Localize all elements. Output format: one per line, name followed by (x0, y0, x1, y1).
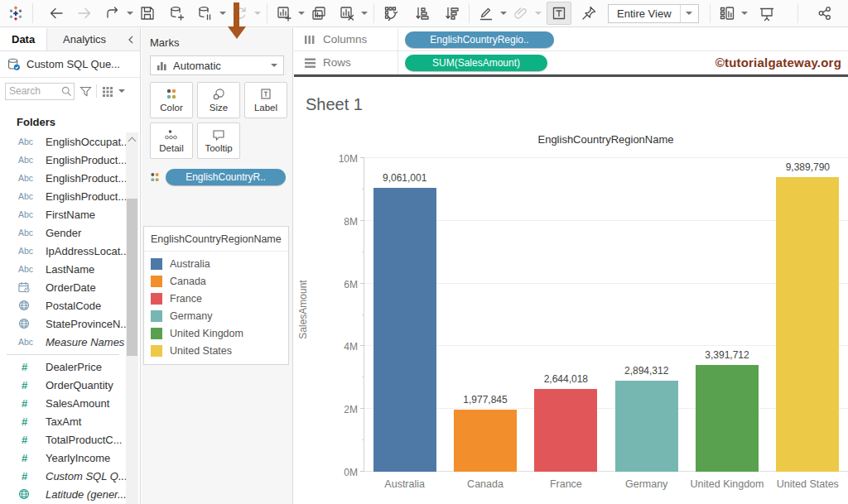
bar-australia[interactable] (373, 188, 436, 472)
tab-data[interactable]: Data (0, 28, 46, 50)
add-data-source-icon[interactable] (165, 2, 190, 25)
field-item[interactable]: #YearlyIncome (0, 449, 126, 467)
field-label: Measure Names (46, 336, 124, 348)
bar-chart-plot[interactable]: 0M2M4M6M8M10M9,061,001Australia1,977,845… (364, 158, 848, 472)
y-axis-minor-tick (362, 314, 364, 315)
bar-value-label: 9,061,001 (383, 172, 426, 184)
field-item[interactable]: AbcIpAddressLocat... (0, 242, 126, 260)
y-axis-tick (360, 157, 364, 158)
color-button[interactable]: Color (150, 82, 193, 118)
sort-descending-icon[interactable] (440, 2, 465, 25)
field-item[interactable]: #Custom SQL Q... (0, 467, 126, 485)
show-mark-labels-icon[interactable] (547, 2, 571, 25)
mark-type-dropdown[interactable]: Automatic (150, 55, 284, 75)
field-label: EnglishProduct... (46, 190, 126, 203)
duplicate-sheet-icon[interactable] (306, 2, 331, 25)
group-members-icon[interactable] (508, 2, 533, 25)
fit-selector[interactable]: Entire View (608, 4, 699, 23)
highlight-caret[interactable] (499, 2, 508, 25)
field-item[interactable]: OrderDate (0, 278, 126, 296)
filter-fields-icon[interactable] (78, 84, 93, 98)
swap-rows-columns-icon[interactable] (378, 2, 403, 25)
share-icon[interactable] (812, 2, 837, 25)
field-item[interactable]: #TaxAmt (0, 412, 126, 430)
sort-ascending-icon[interactable] (410, 2, 435, 25)
collapse-pane-icon[interactable] (122, 28, 140, 50)
back-button[interactable] (44, 2, 69, 25)
y-axis-tick (360, 283, 364, 284)
datasource-item[interactable]: Custom SQL Que... (0, 51, 140, 78)
field-item[interactable]: #DealerPrice (0, 358, 126, 376)
sidebar-scrollbar[interactable] (126, 132, 138, 504)
legend-item[interactable]: United States (144, 342, 288, 359)
marks-color-pill[interactable]: EnglishCountryR.. (166, 169, 286, 185)
columns-shelf[interactable]: Columns EnglishCountryRegio.. (294, 28, 848, 51)
tooltip-button[interactable]: Tooltip (197, 122, 240, 159)
pause-updates-caret[interactable] (218, 2, 228, 25)
highlight-icon[interactable] (474, 2, 499, 25)
field-item[interactable]: #SalesAmount (0, 394, 126, 412)
rows-pill[interactable]: SUM(SalesAmount) (405, 55, 547, 71)
fit-selector-caret[interactable] (680, 5, 698, 22)
save-button[interactable] (135, 2, 160, 25)
columns-pill[interactable]: EnglishCountryRegio.. (405, 31, 554, 48)
scroll-up-icon[interactable] (126, 132, 138, 146)
label-button[interactable]: Label (244, 82, 287, 118)
forward-button[interactable] (72, 2, 97, 25)
legend-swatch (151, 345, 162, 357)
new-worksheet-icon[interactable] (272, 2, 296, 25)
legend-swatch (151, 328, 162, 339)
clear-sheet-caret[interactable] (359, 2, 369, 25)
detail-button[interactable]: Detail (150, 122, 193, 159)
field-item[interactable]: #TotalProductC... (0, 430, 126, 449)
field-label: DealerPrice (46, 361, 102, 373)
legend-item[interactable]: Germany (144, 307, 288, 324)
search-input[interactable] (9, 85, 60, 97)
field-item[interactable]: StateProvinceN... (0, 314, 126, 333)
legend-item[interactable]: Australia (144, 255, 288, 272)
search-input-box[interactable] (5, 83, 75, 100)
bar-canada[interactable] (454, 410, 517, 472)
tab-analytics[interactable]: Analytics (46, 28, 122, 50)
watermark: ©tutorialgateway.org (716, 55, 848, 70)
field-item[interactable]: Latitude (gener... (0, 485, 126, 503)
field-item[interactable]: AbcEnglishProduct... (0, 169, 126, 187)
pause-updates-icon[interactable] (193, 2, 218, 25)
show-hide-cards-icon[interactable] (715, 2, 740, 25)
field-item[interactable]: AbcEnglishOccupat... (0, 132, 126, 151)
bar-united-states[interactable] (776, 177, 839, 472)
tableau-logo-icon (3, 2, 28, 25)
field-item[interactable]: AbcFirstName (0, 205, 126, 223)
bar-france[interactable] (534, 389, 597, 472)
field-item[interactable]: AbcEnglishProduct... (0, 151, 126, 169)
field-item[interactable]: AbcLastName (0, 260, 126, 278)
fix-axes-icon[interactable] (576, 2, 601, 25)
bar-germany[interactable] (615, 381, 678, 472)
globe-field-icon (18, 300, 38, 311)
view-options-icon[interactable] (100, 84, 115, 98)
run-update-icon[interactable] (228, 2, 253, 25)
legend-item[interactable]: Canada (144, 272, 288, 290)
field-item[interactable]: AbcMeasure Names (0, 333, 126, 351)
redo-icon[interactable] (100, 2, 125, 25)
rows-shelf[interactable]: Rows SUM(SalesAmount) ©tutorialgateway.o… (294, 51, 848, 74)
field-item[interactable]: PostalCode (0, 296, 126, 314)
size-button[interactable]: Size (197, 82, 240, 118)
view-options-caret[interactable] (118, 89, 125, 93)
presentation-mode-icon[interactable] (754, 2, 779, 25)
legend-item[interactable]: United Kingdom (144, 324, 288, 342)
number-field-icon: # (18, 379, 38, 391)
scrollbar-thumb[interactable] (127, 199, 137, 356)
bar-united-kingdom[interactable] (696, 365, 759, 472)
run-update-caret[interactable] (253, 2, 263, 25)
field-item[interactable]: AbcEnglishProduct... (0, 187, 126, 205)
new-worksheet-caret[interactable] (296, 2, 306, 25)
redo-caret[interactable] (125, 2, 135, 25)
show-hide-cards-caret[interactable] (740, 2, 749, 25)
field-item[interactable]: AbcGender (0, 223, 126, 242)
clear-sheet-icon[interactable] (335, 2, 359, 25)
toolbar-divider (267, 3, 267, 23)
legend-item[interactable]: France (144, 290, 288, 307)
group-members-caret[interactable] (533, 2, 543, 25)
field-item[interactable]: #OrderQuantity (0, 376, 126, 394)
